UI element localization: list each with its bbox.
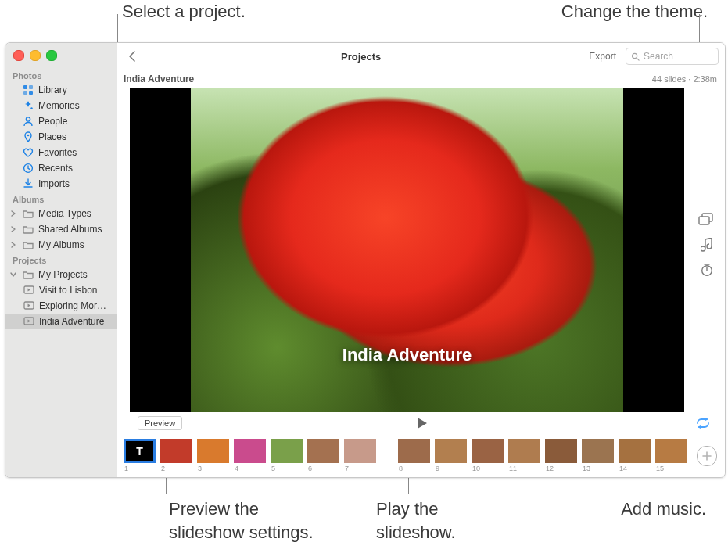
toolbar-title: Projects (142, 51, 579, 63)
thumbnail-index: 10 (472, 465, 480, 472)
sidebar-item-visit-to-lisbon[interactable]: Visit to Lisbon (5, 282, 117, 298)
thumbnail-index: 13 (583, 465, 590, 472)
thumbnail-index: 8 (399, 465, 403, 472)
back-button[interactable] (124, 51, 142, 62)
search-placeholder: Search (644, 51, 673, 62)
thumbnail-11[interactable]: 11 (508, 439, 540, 472)
thumbnail-image (197, 439, 229, 463)
svg-rect-3 (29, 91, 33, 95)
thumbnail-15[interactable]: 15 (655, 439, 687, 472)
project-header: India Adventure 44 slides · 2:38m (117, 70, 725, 88)
search-field[interactable]: Search (626, 48, 719, 65)
thumbnail-8[interactable]: 8 (398, 439, 430, 472)
thumbnail-image (271, 439, 303, 463)
sidebar-item-label: Shared Albums (38, 224, 113, 235)
callout-add-music: Add music. (621, 497, 706, 521)
slideshow-icon (23, 301, 35, 311)
sidebar-item-exploring-mor-[interactable]: Exploring Mor… (5, 298, 117, 314)
timer-icon (700, 263, 714, 277)
disclosure-chevron-icon (10, 271, 18, 278)
close-dot[interactable] (13, 50, 24, 61)
thumbnail-9[interactable]: 9 (435, 439, 467, 472)
add-slide-button[interactable] (697, 446, 717, 466)
thumbnail-12[interactable]: 12 (545, 439, 577, 472)
minimize-dot[interactable] (30, 50, 41, 61)
sidebar-item-memories[interactable]: Memories (5, 98, 117, 113)
duration-button[interactable] (700, 263, 714, 277)
sidebar-item-places[interactable]: Places (5, 129, 117, 145)
current-slide-image: India Adventure (191, 88, 623, 412)
svg-rect-1 (29, 85, 33, 89)
clock-icon (22, 163, 34, 174)
sidebar-item-shared-albums[interactable]: Shared Albums (5, 221, 117, 237)
thumbnail-10[interactable]: 10 (472, 439, 504, 472)
thumbnail-index: 5 (271, 465, 275, 472)
thumbnail-image (435, 439, 467, 463)
music-button[interactable] (701, 238, 713, 252)
project-name: India Adventure (124, 74, 194, 84)
thumbnail-image: T (124, 439, 156, 463)
sidebar-item-recents[interactable]: Recents (5, 160, 117, 176)
main-area: Projects Export Search India Adventure 4… (117, 43, 725, 477)
zoom-dot[interactable] (46, 50, 57, 61)
thumbnail-image (234, 439, 266, 463)
folder-icon (22, 240, 34, 249)
sidebar-item-label: People (38, 116, 113, 127)
svg-point-11 (632, 53, 637, 58)
thumbnail-index: 11 (509, 465, 517, 472)
sidebar-item-favorites[interactable]: Favorites (5, 145, 117, 160)
sidebar-item-imports[interactable]: Imports (5, 176, 117, 192)
preview-button[interactable]: Preview (138, 416, 182, 430)
sidebar-section-header: Albums (5, 192, 117, 206)
thumbnail-image (398, 439, 430, 463)
sidebar-section-header: Photos (5, 68, 117, 82)
sidebar-item-label: Recents (38, 163, 113, 174)
sidebar-item-media-types[interactable]: Media Types (5, 206, 117, 221)
loop-button[interactable] (695, 418, 711, 429)
thumbnail-14[interactable]: 14 (619, 439, 651, 472)
thumbnail-index: 9 (436, 465, 439, 472)
thumbnail-index: 14 (619, 465, 627, 472)
sidebar-item-label: Visit to Lisbon (39, 285, 113, 296)
play-button[interactable] (415, 417, 428, 429)
sidebar-item-people[interactable]: People (5, 113, 117, 129)
slideshow-icon (23, 317, 35, 326)
thumbnail-3[interactable]: 3 (197, 439, 229, 472)
sidebar-item-label: Places (38, 131, 113, 142)
export-button[interactable]: Export (579, 51, 626, 62)
sidebar-item-india-adventure[interactable]: India Adventure (5, 314, 117, 329)
disclosure-chevron-icon (10, 210, 18, 217)
thumbnail-index: 4 (235, 465, 238, 472)
thumbnail-image (508, 439, 540, 463)
folder-icon (22, 270, 34, 279)
loop-icon (695, 418, 711, 429)
thumbnail-image (655, 439, 687, 463)
disclosure-chevron-icon (10, 226, 18, 232)
thumbnail-13[interactable]: 13 (582, 439, 614, 472)
thumbnail-4[interactable]: 4 (234, 439, 266, 472)
thumbnail-image (582, 439, 614, 463)
heart-icon (22, 147, 34, 158)
plus-icon (702, 451, 712, 461)
thumbnail-7[interactable]: 7 (344, 439, 376, 472)
svg-point-4 (30, 107, 32, 109)
svg-line-12 (637, 58, 639, 60)
thumbnail-image (472, 439, 504, 463)
thumbnail-image (545, 439, 577, 463)
thumbnail-1[interactable]: T1 (124, 439, 156, 472)
callout-change-theme: Change the theme. (561, 0, 708, 23)
sidebar-section-header: Projects (5, 253, 117, 267)
slide-title-overlay: India Adventure (191, 345, 623, 365)
sidebar-item-label: India Adventure (39, 316, 113, 327)
thumbnail-5[interactable]: 5 (271, 439, 303, 472)
window-traffic-lights (13, 50, 57, 61)
thumbnail-image (307, 439, 339, 463)
theme-button[interactable] (698, 213, 715, 227)
sidebar-item-label: Imports (38, 178, 113, 189)
sidebar-item-library[interactable]: Library (5, 82, 117, 98)
thumbnail-2[interactable]: 2 (160, 439, 192, 472)
sidebar-item-my-albums[interactable]: My Albums (5, 237, 117, 253)
thumbnail-6[interactable]: 6 (307, 439, 339, 472)
sidebar-item-my-projects[interactable]: My Projects (5, 267, 117, 282)
slideshow-icon (23, 285, 35, 295)
